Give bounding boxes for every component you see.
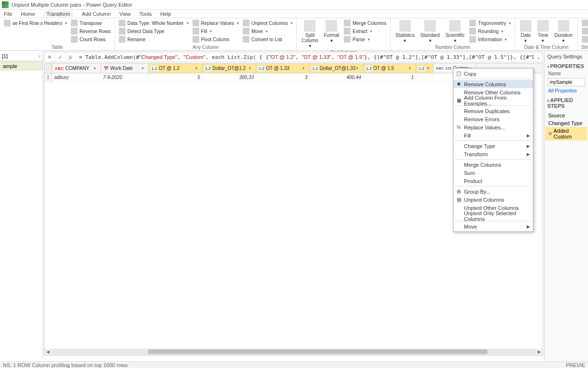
ribbon-split-button[interactable]: SplitColumn ▾ (300, 19, 320, 49)
formula-expand-button[interactable]: ⌄ (534, 54, 543, 60)
ribbon-expand-button[interactable]: Expand (581, 19, 588, 27)
ribbon-reverse-rows-button[interactable]: Reverse Rows (70, 27, 112, 35)
menu-transform[interactable]: Transform (44, 11, 73, 17)
menu-remove-columns[interactable]: ✖Remove Columns (453, 80, 533, 88)
column-header-dollar-ot-1-33[interactable]: 1.2Dollar_OT@1.33▾ (310, 64, 363, 73)
cell[interactable]: 1 (363, 73, 416, 81)
all-properties-link[interactable]: All Properties (545, 87, 587, 94)
column-filter-icon[interactable]: ▾ (356, 66, 361, 70)
ribbon-merge-columns-button[interactable]: Merge Columns (343, 19, 387, 27)
column-header-work-date[interactable]: 📅Work Date▾ (101, 64, 149, 73)
ribbon-fill-button[interactable]: Fill▾ (192, 27, 240, 35)
menu-merge-columns[interactable]: Merge Columns (453, 161, 533, 169)
ribbon-rounding-button[interactable]: Rounding▾ (468, 27, 512, 35)
ribbon-icon (192, 36, 199, 43)
column-filter-icon[interactable]: ▾ (142, 66, 147, 70)
scroll-right-icon[interactable]: ► (536, 349, 543, 355)
menu-view[interactable]: View (119, 11, 131, 17)
formula-accept-button[interactable]: ✓ (55, 52, 66, 62)
ribbon-replace-values-button[interactable]: Replace Values▾ (192, 19, 240, 27)
column-header-ot-1-2[interactable]: 1.2OT @ 1.2▾ (149, 64, 203, 73)
properties-section[interactable]: ▿PROPERTIES (545, 60, 587, 70)
column-filter-icon[interactable]: ▾ (94, 66, 99, 70)
cell[interactable]: 300,33 (203, 73, 256, 81)
cell[interactable]: 3 (256, 73, 310, 81)
ribbon-convert-to-list-button[interactable]: Convert to List (242, 35, 294, 43)
cell[interactable]: adbury (52, 73, 101, 81)
ribbon-duration-button[interactable]: Duration ▾ (553, 19, 575, 44)
menu-home[interactable]: Home (21, 11, 35, 17)
column-header-ot-1-5[interactable]: 1.2OT @ 1.5▾ (363, 64, 416, 73)
column-header-company[interactable]: ABCCOMPANY▾ (52, 64, 101, 73)
column-filter-icon[interactable]: ▾ (303, 66, 307, 70)
step-added-custom[interactable]: ⚙Added Custom (545, 127, 587, 140)
fx-icon[interactable]: fx (66, 52, 76, 62)
menu-sum[interactable]: Sum (453, 169, 533, 177)
menu-add-column-from-examples-[interactable]: ▦Add Column From Examples... (453, 96, 533, 104)
row-number-header[interactable] (45, 64, 52, 73)
menu-change-type[interactable]: Change Type▶ (453, 142, 533, 150)
query-name-input[interactable]: mySample (547, 78, 585, 86)
menu-help[interactable]: Help (160, 11, 171, 17)
menu-replace-values-[interactable]: ½Replace Values... (453, 123, 533, 131)
ribbon-statistics-button[interactable]: Statistics ▾ (394, 19, 417, 44)
ribbon-scientific-button[interactable]: Scientific ▾ (443, 19, 466, 44)
ribbon-extract-values-button[interactable]: Extract Values (581, 35, 588, 43)
ribbon-pivot-column-button[interactable]: Pivot Column (192, 35, 240, 43)
ribbon-unpivot-columns-button[interactable]: Unpivot Columns▾ (242, 19, 294, 27)
menu-file[interactable]: File (4, 11, 12, 17)
query-item[interactable]: ample (0, 61, 43, 71)
ribbon-move-button[interactable]: Move▾ (242, 27, 294, 35)
ribbon-extract-button[interactable]: Extract▾ (343, 27, 387, 35)
ribbon-count-rows-button[interactable]: Count Rows (70, 35, 112, 43)
column-filter-icon[interactable]: ▾ (249, 66, 254, 70)
formula-input[interactable]: = Table.AddColumn(#"Changed Type", "Cust… (76, 54, 534, 60)
scroll-left-icon[interactable]: ◄ (45, 349, 51, 355)
column-header-dollar-ot-1-5[interactable]: 1.2Dollar_OT@1.5▾ (416, 64, 433, 73)
ribbon-date-button[interactable]: Date ▾ (518, 19, 533, 44)
column-filter-icon[interactable]: ▾ (427, 66, 431, 70)
menu-group-by-[interactable]: ⊞Group By... (453, 187, 533, 196)
step-source[interactable]: Source (545, 112, 587, 119)
ribbon-detect-data-type-button[interactable]: Detect Data Type (118, 27, 190, 35)
column-filter-icon[interactable]: ▾ (409, 66, 414, 70)
ribbon-information-button[interactable]: Information▾ (468, 35, 512, 43)
horizontal-scrollbar[interactable]: ◄ ► (45, 348, 543, 355)
step-changed-type[interactable]: Changed Type (545, 119, 587, 127)
ribbon-aggregate-button[interactable]: Aggregate (581, 27, 588, 35)
cell[interactable]: 5 (149, 73, 203, 81)
menu-tools[interactable]: Tools (139, 11, 152, 17)
menu-remove-duplicates[interactable]: Remove Duplicates (453, 107, 533, 115)
menu-copy[interactable]: 📋Copy (453, 69, 533, 78)
ribbon-transpose-button[interactable]: Transpose (70, 19, 112, 27)
menu-fill[interactable]: Fill▶ (453, 131, 533, 139)
menu-product[interactable]: Product (453, 177, 533, 185)
column-name: OT @ 1.2 (159, 66, 194, 71)
ribbon-se-first-row-s-headers-button[interactable]: se First Row s Headers▾ (3, 19, 68, 27)
collapse-icon[interactable]: ‹ (39, 53, 41, 59)
ribbon-rename-button[interactable]: Rename (118, 35, 190, 43)
menu-unpivot-only-selected-columns[interactable]: Unpivot Only Selected Columns (453, 212, 533, 220)
column-header-dollar-ot-1-2[interactable]: 1.2Dollar_OT@1.2▾ (203, 64, 256, 73)
column-filter-icon[interactable]: ▾ (195, 66, 200, 70)
cell[interactable]: 7-9-2020 (101, 73, 149, 81)
ribbon-trigonometry-button[interactable]: Trigonometry▾ (468, 19, 512, 27)
cell[interactable] (416, 73, 433, 81)
menu-remove-errors[interactable]: Remove Errors (453, 115, 533, 123)
menu-move[interactable]: Move▶ (453, 222, 533, 230)
gear-icon[interactable]: ⚙ (548, 131, 552, 136)
applied-steps-section[interactable]: ▿APPLIED STEPS (545, 94, 587, 110)
formula-cancel-button[interactable]: ✕ (45, 52, 55, 62)
menu-unpivot-columns[interactable]: ▤Unpivot Columns (453, 196, 533, 204)
scroll-track[interactable] (51, 349, 536, 354)
ribbon-format-button[interactable]: Format ▾ (322, 19, 341, 44)
menu-add-column[interactable]: Add Column (82, 11, 111, 17)
scroll-thumb[interactable] (148, 349, 487, 354)
ribbon-data-type-whole-number-button[interactable]: Data Type: Whole Number▾ (118, 19, 190, 27)
cell[interactable]: 400,44 (310, 73, 363, 81)
ribbon-parse-button[interactable]: Parse▾ (343, 35, 387, 43)
menu-transform[interactable]: Transform▶ (453, 150, 533, 158)
column-header-ot-1-33[interactable]: 1.2OT @ 1.33▾ (256, 64, 310, 73)
ribbon-standard-button[interactable]: Standard ▾ (418, 19, 442, 44)
ribbon-time-button[interactable]: Time ▾ (535, 19, 551, 44)
